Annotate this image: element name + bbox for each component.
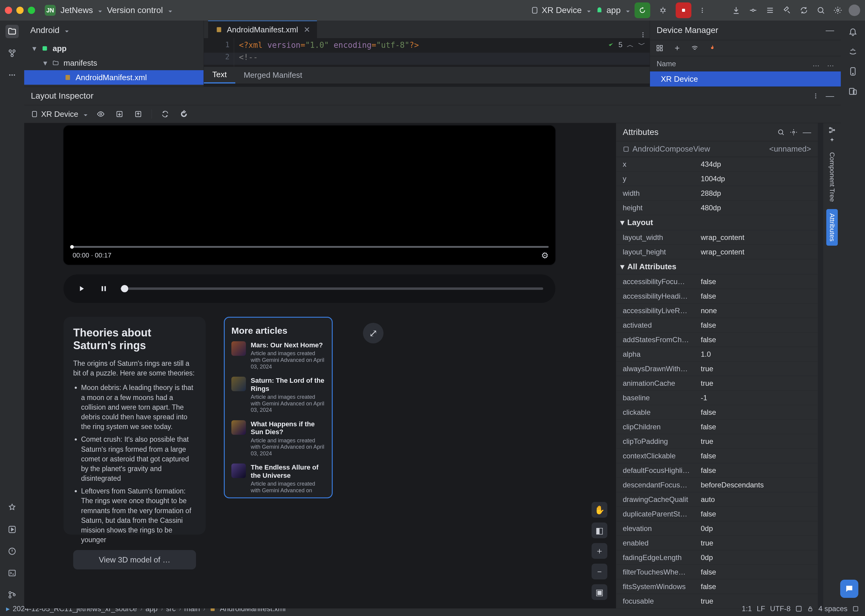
line-separator[interactable]: LF bbox=[757, 605, 765, 613]
problems-tool-icon[interactable] bbox=[5, 545, 19, 558]
slider-knob[interactable] bbox=[121, 285, 128, 292]
git-push-icon[interactable] bbox=[764, 4, 776, 16]
git-update-icon[interactable] bbox=[730, 4, 742, 16]
attribute-row[interactable]: accessibilityHeadi…false bbox=[616, 289, 818, 303]
minimize-panel-icon[interactable]: — bbox=[803, 127, 811, 137]
collapse-arrow-icon[interactable]: ▾ bbox=[31, 44, 37, 53]
window-maximize-button[interactable] bbox=[28, 7, 35, 14]
inspection-status-icon[interactable] bbox=[796, 605, 802, 612]
snapshot-export-icon[interactable] bbox=[114, 108, 125, 119]
attribute-section[interactable]: ▾Layout bbox=[616, 215, 818, 230]
play-icon[interactable] bbox=[75, 283, 87, 294]
close-tab-icon[interactable]: ✕ bbox=[304, 25, 310, 35]
chevron-down-icon[interactable]: ﹀ bbox=[638, 40, 645, 50]
visibility-icon[interactable] bbox=[95, 108, 106, 119]
video-progress-bar[interactable] bbox=[70, 246, 549, 248]
vcs-menu[interactable]: Version control bbox=[107, 5, 172, 15]
run-config-selector[interactable]: app bbox=[595, 5, 630, 15]
attribute-row[interactable]: clipChildrenfalse bbox=[616, 420, 818, 434]
gradle-icon[interactable] bbox=[846, 45, 860, 58]
search-icon[interactable] bbox=[815, 4, 827, 16]
attribute-row[interactable]: alwaysDrawnWith…true bbox=[616, 361, 818, 376]
terminal-tool-icon[interactable] bbox=[5, 566, 19, 580]
tree-node-manifest-file[interactable]: AndroidManifest.xml bbox=[24, 70, 204, 85]
run-target-selector[interactable]: XR Device bbox=[531, 5, 591, 15]
article-cta-button[interactable]: View 3D model of … bbox=[73, 550, 196, 569]
settings-icon[interactable] bbox=[790, 129, 797, 136]
pan-icon[interactable]: ✋ bbox=[592, 502, 607, 518]
attribute-row[interactable]: height480dp bbox=[616, 201, 818, 215]
chevron-up-icon[interactable]: ︿ bbox=[627, 40, 634, 50]
assistant-fab[interactable] bbox=[840, 580, 858, 598]
pause-icon[interactable] bbox=[98, 283, 110, 294]
video-progress-handle[interactable] bbox=[70, 245, 74, 249]
attribute-row[interactable]: defaultFocusHighli…false bbox=[616, 463, 818, 478]
more-tool-icon[interactable] bbox=[5, 68, 19, 82]
subtab-merged-manifest[interactable]: Merged Manifest bbox=[235, 66, 311, 83]
component-tree-tab-icon[interactable] bbox=[828, 126, 836, 134]
attribute-row[interactable]: accessibilityFocu…false bbox=[616, 274, 818, 289]
stop-button[interactable] bbox=[676, 2, 691, 18]
project-tool-icon[interactable] bbox=[5, 25, 19, 38]
inspector-device-selector[interactable]: XR Device bbox=[31, 110, 87, 119]
attribute-row[interactable]: filterTouchesWhe…false bbox=[616, 565, 818, 579]
build-icon[interactable] bbox=[781, 4, 793, 16]
indent-setting[interactable]: 4 spaces bbox=[818, 605, 848, 613]
zoom-out-icon[interactable]: － bbox=[592, 564, 607, 579]
debug-button[interactable] bbox=[655, 2, 671, 18]
attribute-row[interactable]: baseline-1 bbox=[616, 391, 818, 405]
attribute-row[interactable]: y1004dp bbox=[616, 171, 818, 186]
panel-options-icon[interactable] bbox=[812, 93, 819, 99]
expand-selection-button[interactable]: ⤢ bbox=[363, 323, 383, 343]
attribute-row[interactable]: layout_heightwrap_content bbox=[616, 245, 818, 259]
attribute-row[interactable]: alpha1.0 bbox=[616, 347, 818, 361]
minimize-panel-icon[interactable]: — bbox=[826, 91, 834, 101]
attribute-row[interactable]: animationCachetrue bbox=[616, 376, 818, 391]
editor-tabs-more-icon[interactable] bbox=[636, 31, 650, 38]
attribute-row[interactable]: elevation0dp bbox=[616, 521, 818, 536]
emulator-icon[interactable] bbox=[846, 65, 860, 78]
notifications-icon[interactable] bbox=[846, 25, 860, 38]
caret-position[interactable]: 1:1 bbox=[742, 605, 752, 613]
window-close-button[interactable] bbox=[5, 7, 12, 14]
subtab-text[interactable]: Text bbox=[204, 66, 235, 83]
tree-node-manifests[interactable]: ▾ manifests bbox=[24, 56, 204, 70]
readonly-icon[interactable] bbox=[807, 605, 813, 612]
device-manager-icon[interactable] bbox=[846, 85, 860, 98]
wifi-icon[interactable] bbox=[689, 42, 700, 53]
attribute-section[interactable]: ▾All Attributes bbox=[616, 259, 818, 274]
add-device-icon[interactable] bbox=[672, 42, 683, 53]
vcs-tool-icon[interactable] bbox=[5, 588, 19, 602]
attribute-row[interactable]: duplicateParentSt…false bbox=[616, 507, 818, 521]
more-article-row[interactable]: The Endless Allure of the UniverseArticl… bbox=[231, 464, 325, 494]
file-encoding[interactable]: UTF-8 bbox=[770, 605, 791, 613]
minimize-panel-icon[interactable]: — bbox=[826, 25, 834, 35]
attributes-side-tab[interactable]: Attributes bbox=[826, 209, 838, 246]
window-minimize-button[interactable] bbox=[16, 7, 24, 14]
refresh-icon[interactable] bbox=[179, 108, 189, 119]
attributes-scrollbar[interactable] bbox=[818, 123, 823, 608]
snapshot-import-icon[interactable] bbox=[133, 108, 144, 119]
attribute-row[interactable]: enabledtrue bbox=[616, 536, 818, 550]
search-icon[interactable] bbox=[777, 129, 785, 136]
run-button[interactable] bbox=[634, 2, 650, 18]
bookmarks-tool-icon[interactable] bbox=[5, 501, 19, 514]
recompose-icon[interactable] bbox=[160, 108, 171, 119]
more-article-row[interactable]: Mars: Our Next Home?Article and images c… bbox=[231, 341, 325, 370]
attribute-row[interactable]: descendantFocus…beforeDescendants bbox=[616, 478, 818, 492]
editor-body[interactable]: <?xml version="1.0" encoding="utf-8"?> <… bbox=[234, 38, 650, 66]
attribute-row[interactable]: clickablefalse bbox=[616, 405, 818, 420]
more-article-row[interactable]: Saturn: The Lord of the RingsArticle and… bbox=[231, 377, 325, 413]
attribute-row[interactable]: width288dp bbox=[616, 186, 818, 201]
attribute-row[interactable]: contextClickablefalse bbox=[616, 449, 818, 463]
sync-icon[interactable] bbox=[798, 4, 810, 16]
collapse-arrow-icon[interactable]: ▾ bbox=[620, 218, 624, 227]
device-row[interactable]: XR Device bbox=[650, 71, 841, 86]
attribute-row[interactable]: x434dp bbox=[616, 157, 818, 171]
attributes-list[interactable]: x434dpy1004dpwidth288dpheight480dp▾Layou… bbox=[616, 157, 818, 608]
zoom-fit-icon[interactable]: ▣ bbox=[592, 584, 607, 600]
layout-icon[interactable] bbox=[654, 42, 665, 53]
video-settings-icon[interactable]: ⚙ bbox=[541, 250, 549, 261]
rotate-icon[interactable]: ◧ bbox=[592, 523, 607, 538]
status-more-icon[interactable] bbox=[852, 605, 859, 612]
